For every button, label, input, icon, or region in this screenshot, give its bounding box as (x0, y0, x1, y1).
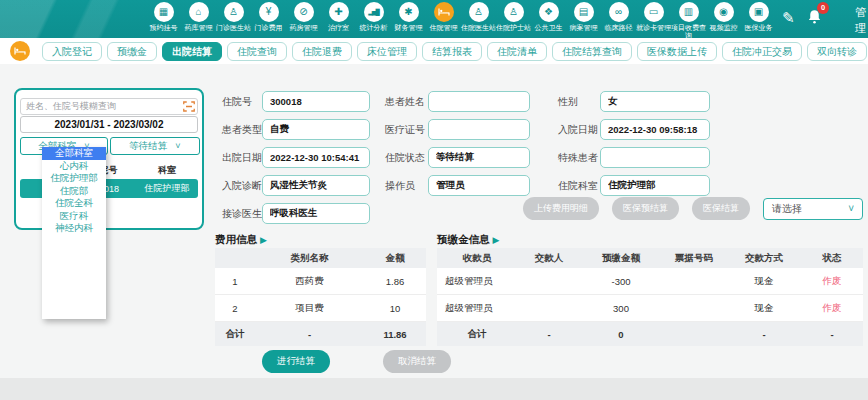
module-label: 病案管理 (566, 24, 601, 32)
field-diagnosis[interactable] (262, 175, 370, 196)
field-patient-name[interactable] (428, 91, 530, 112)
yen-icon: ¥ (259, 2, 279, 22)
tab-dual-referral[interactable]: 双向转诊 (807, 42, 867, 61)
module-finance[interactable]: ✱财务管理 (391, 2, 426, 39)
status-select-value: 等待结算 (129, 140, 167, 153)
field-doctor[interactable] (262, 203, 370, 224)
chevron-down-icon: ˅ (175, 141, 180, 151)
tab-discharge-settle[interactable]: 出院结算 (162, 42, 222, 61)
module-public-health[interactable]: ❖公共卫生 (531, 2, 566, 39)
module-label: 财务管理 (391, 24, 426, 32)
badge-icon: ▣ (749, 2, 769, 22)
insurance-settle-button[interactable]: 医保结算 (692, 197, 750, 220)
module-clinical-path[interactable]: ∞临床路径 (601, 2, 636, 39)
tab-prepay[interactable]: 预缴金 (107, 42, 157, 61)
tab-list: 入院登记 预缴金 出院结算 住院查询 住院退费 床位管理 结算报表 住院清单 住… (42, 42, 867, 61)
bottom-strip (0, 378, 868, 400)
module-appointment[interactable]: ▦预约挂号 (146, 2, 181, 39)
field-discharge-date[interactable] (262, 147, 370, 168)
module-label: 视频监控 (706, 24, 741, 32)
please-select-dropdown[interactable]: 请选择˅ (763, 198, 863, 220)
dept-option-cardiology[interactable]: 心内科 (42, 160, 106, 173)
current-user-vertical-label: 管理 (854, 4, 867, 36)
doctor-icon: ♙ (224, 2, 244, 22)
upload-fee-detail-button[interactable]: 上传费用明细 (523, 197, 599, 220)
date-range-input[interactable] (20, 116, 198, 133)
edit-pencil-icon[interactable]: ✎ (782, 9, 795, 27)
field-admission-no-label: 住院号 (222, 95, 262, 109)
field-patient-type-label: 患者类型 (222, 123, 262, 137)
field-operator-label: 操作员 (385, 179, 428, 193)
module-fee-query[interactable]: ▥项目收费查询 (671, 2, 706, 39)
gear-icon: ✱ (399, 2, 419, 22)
module-medical-records[interactable]: ▤病案管理 (566, 2, 601, 39)
field-status[interactable] (428, 147, 530, 168)
dept-option-inpatient[interactable]: 住院部 (42, 185, 106, 198)
tab-bed-manage[interactable]: 床位管理 (357, 42, 417, 61)
insurance-presettle-button[interactable]: 医保预结算 (612, 197, 679, 220)
dept-option-general[interactable]: 住院全科 (42, 197, 106, 210)
module-label: 门诊医生站 (216, 24, 251, 32)
nurse-icon: ♙ (504, 2, 524, 22)
field-medical-cert[interactable] (428, 119, 530, 140)
tab-inpatient-refund[interactable]: 住院退费 (292, 42, 352, 61)
module-drug-store[interactable]: ⌂药库管理 (181, 2, 216, 39)
col-department: 科室 (136, 164, 198, 177)
module-label: 统计分析 (356, 24, 391, 32)
tab-admission-register[interactable]: 入院登记 (42, 42, 102, 61)
module-label: 临床路径 (601, 24, 636, 32)
please-select-value: 请选择 (772, 202, 802, 216)
module-label: 项目收费查询 (671, 24, 706, 39)
field-diagnosis-label: 入院诊断 (222, 179, 262, 193)
bed-home-icon[interactable] (10, 41, 30, 61)
field-admission-no[interactable] (262, 91, 370, 112)
prepay-table-row: 超级管理员 300 现金 作废 (437, 295, 863, 322)
module-visit-card[interactable]: ▭就诊卡管理 (636, 2, 671, 39)
dept-option-neurology[interactable]: 神经内科 (42, 222, 106, 235)
field-operator[interactable] (428, 175, 530, 196)
module-treatment-room[interactable]: ✚治疗室 (321, 2, 356, 39)
dept-option-nursing[interactable]: 住院护理部 (42, 172, 106, 185)
dept-option-medical[interactable]: 医疗科 (42, 210, 106, 223)
field-gender[interactable] (600, 91, 710, 112)
module-outpatient-doctor[interactable]: ♙门诊医生站 (216, 2, 251, 39)
camera-icon: ◉ (714, 2, 734, 22)
tab-settle-report[interactable]: 结算报表 (422, 42, 482, 61)
tab-settle-query[interactable]: 住院结算查询 (552, 42, 632, 61)
compass-icon: ❖ (539, 2, 559, 22)
module-pharmacy[interactable]: ⊘药房管理 (286, 2, 321, 39)
search-input[interactable] (20, 98, 198, 115)
field-status-label: 住院状态 (385, 151, 428, 165)
tab-reversal-trade[interactable]: 住院冲正交易 (722, 42, 802, 61)
module-inpatient-doctor[interactable]: ♙住院医生站 (461, 2, 496, 39)
module-video-monitor[interactable]: ◉视频监控 (706, 2, 741, 39)
module-label: 医保业务 (741, 24, 776, 32)
notification-badge: 0 (817, 2, 829, 14)
field-dept[interactable] (600, 175, 710, 196)
do-settle-button[interactable]: 进行结算 (262, 350, 330, 373)
module-label: 住院医生站 (461, 24, 496, 32)
status-select[interactable]: 等待结算˅ (110, 137, 200, 155)
fee-table-header: 类别名称 金额 (215, 248, 426, 268)
tab-insurance-upload[interactable]: 医保数据上传 (637, 42, 717, 61)
document-icon: ▤ (574, 2, 594, 22)
tab-inpatient-list[interactable]: 住院清单 (487, 42, 547, 61)
module-inpatient[interactable]: 住院管理 (426, 2, 461, 39)
module-inpatient-nurse[interactable]: ♙住院护士站 (496, 2, 531, 39)
scan-icon[interactable] (183, 98, 195, 116)
field-patient-name-label: 患者姓名 (385, 95, 428, 109)
card-icon: ▭ (644, 2, 664, 22)
field-special-patient[interactable] (600, 147, 710, 168)
dept-option-all[interactable]: 全部科室 (42, 147, 106, 160)
fee-table-row: 1 西药费 1.86 (215, 268, 426, 295)
module-outpatient-fee[interactable]: ¥门诊费用 (251, 2, 286, 39)
field-admit-date[interactable] (600, 119, 710, 140)
module-insurance[interactable]: ▣医保业务 (741, 2, 776, 39)
module-statistics[interactable]: ▂▅█统计分析 (356, 2, 391, 39)
field-dept-label: 住院科室 (558, 179, 600, 193)
module-label: 预约挂号 (146, 24, 181, 32)
cancel-settle-button[interactable]: 取消结算 (383, 350, 451, 373)
tab-inpatient-query[interactable]: 住院查询 (227, 42, 287, 61)
prepay-section-title: 预缴金信息▶ (437, 233, 499, 247)
field-patient-type[interactable] (262, 119, 370, 140)
